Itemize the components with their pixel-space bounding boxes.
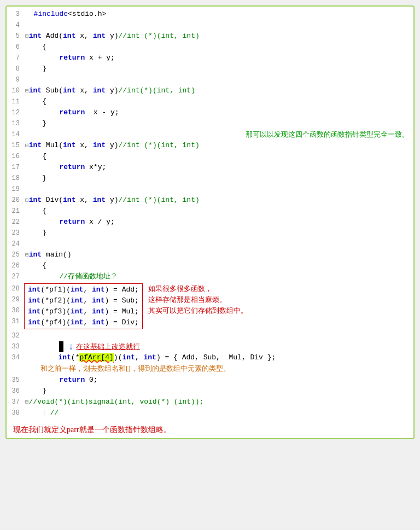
line-num-34: 34 — [7, 352, 24, 363]
line-content-3: #include<stdio.h> — [24, 9, 413, 20]
line-num-4: 4 — [7, 20, 24, 31]
line-num-7: 7 — [7, 53, 24, 63]
line-num-33: 33 — [7, 341, 24, 352]
line-content-17: return x*y; — [24, 162, 413, 173]
code-line-17: 17 return x*y; — [7, 162, 413, 173]
code-line-21: 21 { — [7, 206, 413, 217]
line-num-16: 16 — [7, 151, 24, 162]
line-content-36: } — [24, 386, 413, 397]
annotation-red-3: 其实可以把它们存储到数组中。 — [148, 305, 248, 316]
line-content-33 — [24, 341, 63, 352]
annotation-red-2: 这样存储那是相当麻烦。 — [148, 294, 248, 305]
code-line-35: 35 return 0; — [7, 375, 413, 386]
line-content-13: } — [24, 118, 413, 129]
line-num-38: 38 — [7, 407, 24, 418]
line-content-26: { — [24, 260, 413, 271]
line-num-27: 27 — [7, 271, 24, 282]
red-box-line-nums: 28 29 30 31 — [7, 283, 24, 327]
red-box-section: 28 29 30 31 int(*pf1)(int, int) = Add; i… — [7, 283, 413, 329]
line-content-15: ⊟int Mul(int x, int y)//int (*)(int, int… — [24, 140, 413, 151]
line-content-22: return x / y; — [24, 217, 413, 228]
line-content-16: { — [24, 151, 413, 162]
line-content-27: //存储函数地址？ — [24, 271, 413, 282]
line-num-37: 37 — [7, 397, 24, 407]
code-line-23: 23 } — [7, 228, 413, 238]
code-area: 3 #include<stdio.h> 4 5 ⊟int Add(int x, … — [7, 7, 413, 421]
code-line-24: 24 — [7, 238, 413, 249]
line-num-5: 5 — [7, 31, 24, 42]
red-box-line-29: int(*pf2)(int, int) = Sub; — [28, 295, 139, 306]
code-line-25: 25 ⊟int main() — [7, 249, 413, 260]
down-arrow-icon: ↓ — [68, 341, 74, 352]
code-line-4: 4 — [7, 20, 413, 31]
code-line-32: 32 — [7, 330, 413, 341]
line-content-35: return 0; — [24, 375, 413, 386]
line-num-18: 18 — [7, 173, 24, 184]
code-line-34: 34 int(*pfArr[4])(int, int) = { Add, Sub… — [7, 352, 413, 375]
line-num-22: 22 — [7, 217, 24, 228]
line-num-8: 8 — [7, 63, 24, 74]
line-content-7: return x + y; — [24, 53, 413, 63]
line-num-17: 17 — [7, 162, 24, 173]
code-line-9: 9 — [7, 74, 413, 85]
line-num-20: 20 — [7, 195, 24, 206]
code-line-7: 7 return x + y; — [7, 53, 413, 63]
line-content-18: } — [24, 173, 413, 184]
line-num-12: 12 — [7, 107, 24, 118]
line-num-11: 11 — [7, 96, 24, 107]
annotation-red-1: 如果很多很多函数， — [148, 283, 248, 294]
line-num-9: 9 — [7, 74, 24, 85]
line-num-14: 14 — [7, 129, 24, 140]
line-content-21: { — [24, 206, 413, 217]
bottom-text: 现在我们就定义parr就是一个函数指针数组略。 — [7, 421, 413, 438]
annotation-line14: 那可以以发现这四个函数的函数指针类型完全一致。 — [246, 129, 409, 140]
code-line-27: 27 //存储函数地址？ — [7, 271, 413, 282]
code-line-13: 13 } — [7, 118, 413, 129]
code-container: 3 #include<stdio.h> 4 5 ⊟int Add(int x, … — [5, 5, 415, 439]
code-line-16: 16 { — [7, 151, 413, 162]
line-content-23: } — [24, 228, 413, 238]
line-content-5: ⊟int Add(int x, int y)//int (*)(int, int… — [24, 31, 413, 42]
line-num-24: 24 — [7, 238, 24, 249]
line-content-20: ⊟int Div(int x, int y)//int (*)(int, int… — [24, 195, 413, 206]
line-num-13: 13 — [7, 118, 24, 129]
code-line-10: 10 ⊟int Sub(int x, int y)//int(*)(int, i… — [7, 85, 413, 96]
line-num-3: 3 — [7, 9, 24, 20]
code-line-8: 8 } — [7, 63, 413, 74]
code-line-14: 14 那可以以发现这四个函数的函数指针类型完全一致。 — [7, 129, 413, 140]
red-box-annotations: 如果很多很多函数， 这样存储那是相当麻烦。 其实可以把它们存储到数组中。 — [148, 283, 248, 316]
red-box-line-30: int(*pf3)(int, int) = Mul; — [28, 306, 139, 317]
line-num-35: 35 — [7, 375, 24, 386]
line-num-26: 26 — [7, 260, 24, 271]
line-content-6: { — [24, 42, 413, 53]
line-content-10: ⊟int Sub(int x, int y)//int(*)(int, int) — [24, 85, 413, 96]
line-content-12: return x - y; — [24, 107, 413, 118]
line-num-6: 6 — [7, 42, 24, 53]
code-line-37: 37 ⊟//void(*)(int)signal(int, void(*) (i… — [7, 397, 413, 407]
line-num-15: 15 — [7, 140, 24, 151]
code-line-5: 5 ⊟int Add(int x, int y)//int (*)(int, i… — [7, 31, 413, 42]
red-border-box: int(*pf1)(int, int) = Add; int(*pf2)(int… — [24, 283, 143, 329]
line-num-25: 25 — [7, 249, 24, 260]
code-line-15: 15 ⊟int Mul(int x, int y)//int (*)(int, … — [7, 140, 413, 151]
code-line-19: 19 — [7, 184, 413, 195]
line-content-38: │ // — [24, 407, 413, 418]
line-num-32: 32 — [7, 330, 24, 341]
code-line-22: 22 return x / y; — [7, 217, 413, 228]
code-line-36: 36 } — [7, 386, 413, 397]
code-line-20: 20 ⊟int Div(int x, int y)//int (*)(int, … — [7, 195, 413, 206]
red-box-line-28: int(*pf1)(int, int) = Add; — [28, 284, 139, 295]
line-content-11: { — [24, 96, 413, 107]
line-content-8: } — [24, 63, 413, 74]
code-line-6: 6 { — [7, 42, 413, 53]
line-num-29: 29 — [7, 294, 24, 305]
line-num-30: 30 — [7, 305, 24, 316]
line-num-23: 23 — [7, 228, 24, 238]
line-num-21: 21 — [7, 206, 24, 217]
line-num-36: 36 — [7, 386, 24, 397]
code-line-38: 38 │ // — [7, 407, 413, 418]
red-box-line-31: int(*pf4)(int, int) = Div; — [28, 317, 139, 328]
line-num-19: 19 — [7, 184, 24, 195]
code-line-3: 3 #include<stdio.h> — [7, 9, 413, 20]
line-content-37: ⊟//void(*)(int)signal(int, void(*) (int)… — [24, 397, 413, 407]
